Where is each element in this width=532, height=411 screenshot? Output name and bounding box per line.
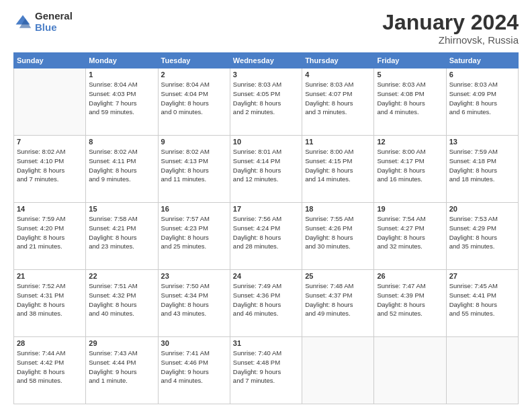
day-info: Sunrise: 8:03 AMSunset: 4:05 PMDaylight:…: [233, 80, 299, 117]
week-row-1: 1Sunrise: 8:04 AMSunset: 4:03 PMDaylight…: [14, 68, 519, 136]
week-row-5: 28Sunrise: 7:44 AMSunset: 4:42 PMDayligh…: [14, 337, 519, 404]
cell-w3-d1: 14Sunrise: 7:59 AMSunset: 4:20 PMDayligh…: [14, 203, 86, 270]
cell-w4-d5: 25Sunrise: 7:48 AMSunset: 4:37 PMDayligh…: [302, 270, 374, 337]
cell-w3-d5: 18Sunrise: 7:55 AMSunset: 4:26 PMDayligh…: [302, 203, 374, 270]
day-number: 22: [89, 272, 154, 280]
day-number: 28: [17, 339, 83, 347]
day-info: Sunrise: 7:55 AMSunset: 4:26 PMDaylight:…: [305, 214, 371, 251]
calendar-header-row: Sunday Monday Tuesday Wednesday Thursday…: [14, 53, 519, 68]
day-number: 31: [233, 339, 299, 347]
day-info: Sunrise: 8:03 AMSunset: 4:07 PMDaylight:…: [305, 80, 371, 117]
day-info: Sunrise: 8:03 AMSunset: 4:09 PMDaylight:…: [449, 80, 515, 117]
day-number: 6: [449, 71, 515, 79]
day-number: 2: [161, 71, 227, 79]
cell-w1-d7: 6Sunrise: 8:03 AMSunset: 4:09 PMDaylight…: [446, 68, 518, 136]
cell-w2-d5: 11Sunrise: 8:00 AMSunset: 4:15 PMDayligh…: [302, 136, 374, 203]
day-number: 7: [17, 138, 83, 146]
day-info: Sunrise: 7:48 AMSunset: 4:37 PMDaylight:…: [305, 281, 371, 318]
day-number: 15: [89, 205, 154, 213]
week-row-3: 14Sunrise: 7:59 AMSunset: 4:20 PMDayligh…: [14, 203, 519, 270]
day-info: Sunrise: 8:01 AMSunset: 4:14 PMDaylight:…: [233, 147, 299, 184]
day-info: Sunrise: 8:02 AMSunset: 4:13 PMDaylight:…: [161, 147, 227, 184]
day-number: 25: [305, 272, 371, 280]
day-number: 30: [161, 339, 227, 347]
col-tuesday: Tuesday: [158, 53, 230, 68]
week-row-2: 7Sunrise: 8:02 AMSunset: 4:10 PMDaylight…: [14, 136, 519, 203]
day-info: Sunrise: 8:04 AMSunset: 4:03 PMDaylight:…: [89, 80, 154, 117]
day-info: Sunrise: 7:43 AMSunset: 4:44 PMDaylight:…: [89, 349, 154, 385]
logo-text: General Blue: [35, 11, 73, 33]
logo: General Blue: [13, 11, 73, 33]
page: General Blue January 2024 Zhirnovsk, Rus…: [0, 0, 532, 411]
day-number: 11: [305, 138, 371, 146]
cell-w2-d2: 8Sunrise: 8:02 AMSunset: 4:11 PMDaylight…: [86, 136, 158, 203]
day-number: 4: [305, 71, 371, 79]
day-info: Sunrise: 8:02 AMSunset: 4:10 PMDaylight:…: [17, 147, 83, 184]
day-number: 27: [449, 272, 515, 280]
cell-w1-d1: [14, 68, 86, 136]
title-month: January 2024: [382, 11, 519, 34]
cell-w5-d6: [374, 337, 446, 404]
calendar-table: Sunday Monday Tuesday Wednesday Thursday…: [13, 52, 519, 404]
day-info: Sunrise: 7:59 AMSunset: 4:18 PMDaylight:…: [449, 147, 515, 184]
day-number: 14: [17, 205, 83, 213]
col-saturday: Saturday: [446, 53, 518, 68]
day-number: 21: [17, 272, 83, 280]
col-monday: Monday: [86, 53, 158, 68]
day-info: Sunrise: 7:44 AMSunset: 4:42 PMDaylight:…: [17, 349, 83, 385]
day-info: Sunrise: 8:03 AMSunset: 4:08 PMDaylight:…: [377, 80, 443, 117]
day-info: Sunrise: 7:52 AMSunset: 4:31 PMDaylight:…: [17, 281, 83, 318]
title-location: Zhirnovsk, Russia: [382, 34, 519, 46]
day-info: Sunrise: 7:40 AMSunset: 4:48 PMDaylight:…: [233, 349, 299, 385]
day-info: Sunrise: 8:02 AMSunset: 4:11 PMDaylight:…: [89, 147, 154, 184]
day-info: Sunrise: 7:59 AMSunset: 4:20 PMDaylight:…: [17, 214, 83, 251]
cell-w5-d1: 28Sunrise: 7:44 AMSunset: 4:42 PMDayligh…: [14, 337, 86, 404]
col-wednesday: Wednesday: [230, 53, 302, 68]
cell-w1-d6: 5Sunrise: 8:03 AMSunset: 4:08 PMDaylight…: [374, 68, 446, 136]
logo-icon: [13, 13, 32, 32]
day-number: 29: [89, 339, 154, 347]
day-info: Sunrise: 7:47 AMSunset: 4:39 PMDaylight:…: [377, 281, 443, 318]
day-number: 8: [89, 138, 154, 146]
cell-w2-d4: 10Sunrise: 8:01 AMSunset: 4:14 PMDayligh…: [230, 136, 302, 203]
cell-w2-d3: 9Sunrise: 8:02 AMSunset: 4:13 PMDaylight…: [158, 136, 230, 203]
col-friday: Friday: [374, 53, 446, 68]
day-info: Sunrise: 7:53 AMSunset: 4:29 PMDaylight:…: [449, 214, 515, 251]
day-info: Sunrise: 8:00 AMSunset: 4:15 PMDaylight:…: [305, 147, 371, 184]
day-number: 5: [377, 71, 443, 79]
day-number: 19: [377, 205, 443, 213]
day-number: 12: [377, 138, 443, 146]
cell-w4-d7: 27Sunrise: 7:45 AMSunset: 4:41 PMDayligh…: [446, 270, 518, 337]
day-info: Sunrise: 7:58 AMSunset: 4:21 PMDaylight:…: [89, 214, 154, 251]
cell-w3-d2: 15Sunrise: 7:58 AMSunset: 4:21 PMDayligh…: [86, 203, 158, 270]
day-info: Sunrise: 7:54 AMSunset: 4:27 PMDaylight:…: [377, 214, 443, 251]
col-thursday: Thursday: [302, 53, 374, 68]
title-block: January 2024 Zhirnovsk, Russia: [382, 11, 519, 46]
day-info: Sunrise: 7:56 AMSunset: 4:24 PMDaylight:…: [233, 214, 299, 251]
cell-w4-d3: 23Sunrise: 7:50 AMSunset: 4:34 PMDayligh…: [158, 270, 230, 337]
cell-w3-d7: 20Sunrise: 7:53 AMSunset: 4:29 PMDayligh…: [446, 203, 518, 270]
cell-w4-d4: 24Sunrise: 7:49 AMSunset: 4:36 PMDayligh…: [230, 270, 302, 337]
day-number: 23: [161, 272, 227, 280]
day-number: 18: [305, 205, 371, 213]
cell-w1-d2: 1Sunrise: 8:04 AMSunset: 4:03 PMDaylight…: [86, 68, 158, 136]
cell-w2-d7: 13Sunrise: 7:59 AMSunset: 4:18 PMDayligh…: [446, 136, 518, 203]
day-number: 9: [161, 138, 227, 146]
day-info: Sunrise: 8:04 AMSunset: 4:04 PMDaylight:…: [161, 80, 227, 117]
cell-w4-d1: 21Sunrise: 7:52 AMSunset: 4:31 PMDayligh…: [14, 270, 86, 337]
cell-w5-d5: [302, 337, 374, 404]
day-info: Sunrise: 7:50 AMSunset: 4:34 PMDaylight:…: [161, 281, 227, 318]
cell-w5-d7: [446, 337, 518, 404]
day-number: 17: [233, 205, 299, 213]
cell-w2-d1: 7Sunrise: 8:02 AMSunset: 4:10 PMDaylight…: [14, 136, 86, 203]
cell-w3-d4: 17Sunrise: 7:56 AMSunset: 4:24 PMDayligh…: [230, 203, 302, 270]
cell-w1-d5: 4Sunrise: 8:03 AMSunset: 4:07 PMDaylight…: [302, 68, 374, 136]
day-number: 26: [377, 272, 443, 280]
day-info: Sunrise: 7:57 AMSunset: 4:23 PMDaylight:…: [161, 214, 227, 251]
logo-blue-text: Blue: [35, 22, 73, 34]
week-row-4: 21Sunrise: 7:52 AMSunset: 4:31 PMDayligh…: [14, 270, 519, 337]
cell-w3-d6: 19Sunrise: 7:54 AMSunset: 4:27 PMDayligh…: [374, 203, 446, 270]
day-number: 13: [449, 138, 515, 146]
day-number: 3: [233, 71, 299, 79]
day-number: 16: [161, 205, 227, 213]
